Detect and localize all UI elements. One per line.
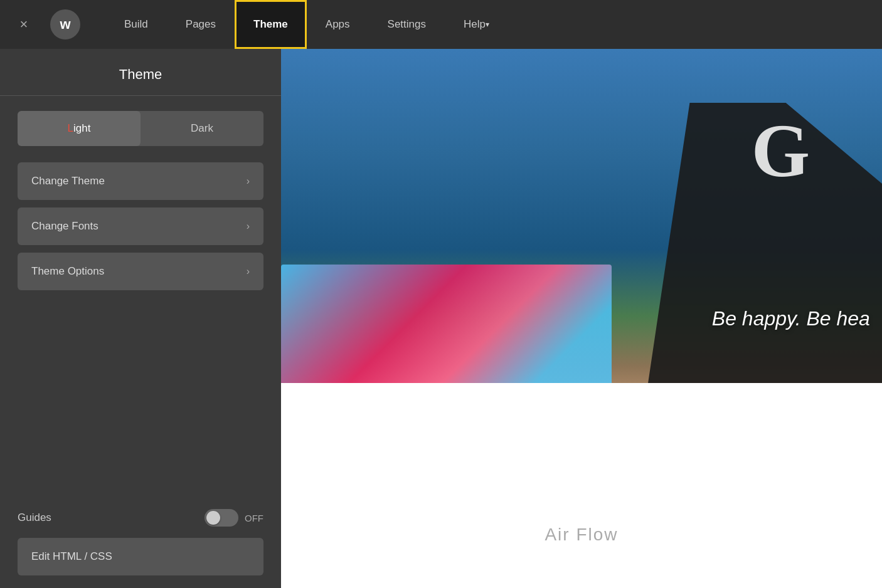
scene-bottom-area (281, 383, 882, 588)
sidebar: Theme Light Dark Change Theme › Change F… (0, 49, 281, 588)
light-mode-button[interactable]: Light (18, 111, 141, 146)
logo: w (50, 9, 80, 39)
change-theme-label: Change Theme (31, 175, 105, 187)
nav-settings[interactable]: Settings (369, 0, 445, 49)
preview-scene: G Be happy. Be hea Air Flow (281, 49, 882, 588)
logo-letter: w (60, 16, 70, 33)
chevron-right-icon: › (247, 176, 250, 187)
sidebar-title: Theme (0, 49, 281, 96)
guides-switch-label: OFF (245, 513, 263, 523)
theme-options-button[interactable]: Theme Options › (18, 253, 263, 290)
guides-switch-track[interactable] (205, 509, 238, 527)
main-nav: Build Pages Theme Apps Settings Help (105, 0, 869, 49)
brand-letter: G (752, 113, 810, 189)
close-button[interactable]: × (13, 16, 35, 33)
nav-build[interactable]: Build (105, 0, 167, 49)
edit-html-label: Edit HTML / CSS (31, 550, 112, 563)
nav-theme[interactable]: Theme (235, 0, 307, 49)
chevron-right-icon: › (247, 266, 250, 277)
sidebar-bottom: Guides OFF Edit HTML / CSS (0, 496, 281, 588)
dark-mode-button[interactable]: Dark (141, 111, 263, 146)
topbar: × w Build Pages Theme Apps Settings Help (0, 0, 882, 49)
dark-label: Dark (191, 122, 213, 134)
change-fonts-label: Change Fonts (31, 220, 98, 233)
theme-toggle[interactable]: Light Dark (18, 111, 263, 146)
chevron-right-icon: › (247, 221, 250, 232)
theme-options-label: Theme Options (31, 265, 104, 278)
change-fonts-button[interactable]: Change Fonts › (18, 207, 263, 245)
guides-row: Guides OFF (18, 509, 263, 527)
nav-apps[interactable]: Apps (307, 0, 369, 49)
guides-toggle[interactable]: OFF (205, 509, 263, 527)
nav-pages[interactable]: Pages (167, 0, 235, 49)
airflow-label: Air Flow (545, 525, 618, 545)
nav-help[interactable]: Help (445, 0, 508, 49)
guides-switch-thumb (206, 511, 220, 525)
change-theme-button[interactable]: Change Theme › (18, 162, 263, 200)
light-label: Light (68, 122, 91, 134)
main-area: Theme Light Dark Change Theme › Change F… (0, 49, 882, 588)
guides-label: Guides (18, 512, 51, 524)
scene-rug (281, 265, 612, 399)
edit-html-button[interactable]: Edit HTML / CSS (18, 538, 263, 575)
content-preview: G Be happy. Be hea Air Flow (281, 49, 882, 588)
site-tagline: Be happy. Be hea (712, 307, 870, 330)
